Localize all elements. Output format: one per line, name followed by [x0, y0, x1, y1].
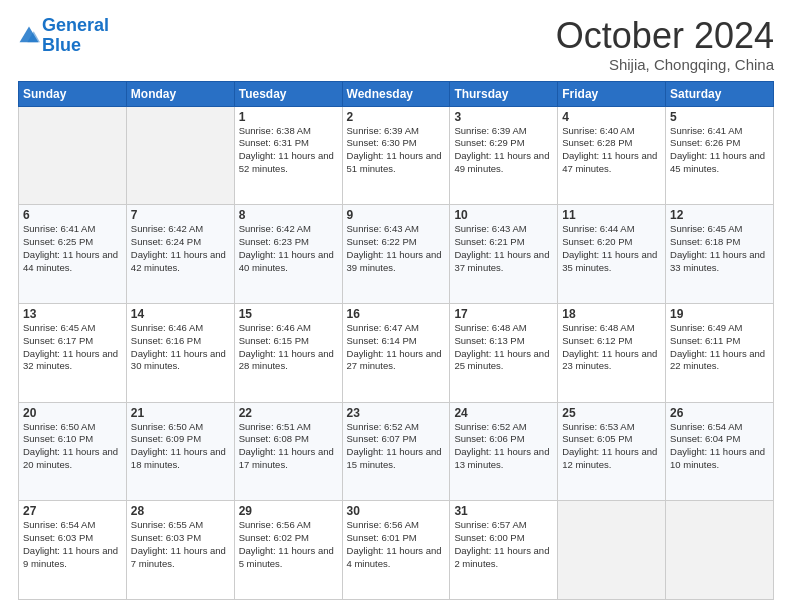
calendar-cell: 15Sunrise: 6:46 AM Sunset: 6:15 PM Dayli…	[234, 303, 342, 402]
day-number: 8	[239, 208, 338, 222]
calendar-cell: 12Sunrise: 6:45 AM Sunset: 6:18 PM Dayli…	[666, 205, 774, 304]
calendar-table: SundayMondayTuesdayWednesdayThursdayFrid…	[18, 81, 774, 600]
day-info: Sunrise: 6:50 AM Sunset: 6:10 PM Dayligh…	[23, 421, 122, 472]
day-number: 23	[347, 406, 446, 420]
day-number: 27	[23, 504, 122, 518]
day-number: 21	[131, 406, 230, 420]
day-info: Sunrise: 6:39 AM Sunset: 6:29 PM Dayligh…	[454, 125, 553, 176]
day-info: Sunrise: 6:57 AM Sunset: 6:00 PM Dayligh…	[454, 519, 553, 570]
day-info: Sunrise: 6:51 AM Sunset: 6:08 PM Dayligh…	[239, 421, 338, 472]
calendar-cell: 20Sunrise: 6:50 AM Sunset: 6:10 PM Dayli…	[19, 402, 127, 501]
day-info: Sunrise: 6:46 AM Sunset: 6:16 PM Dayligh…	[131, 322, 230, 373]
month-title: October 2024	[556, 16, 774, 56]
calendar-cell: 28Sunrise: 6:55 AM Sunset: 6:03 PM Dayli…	[126, 501, 234, 600]
calendar-cell: 3Sunrise: 6:39 AM Sunset: 6:29 PM Daylig…	[450, 106, 558, 205]
weekday-header-monday: Monday	[126, 81, 234, 106]
weekday-header-row: SundayMondayTuesdayWednesdayThursdayFrid…	[19, 81, 774, 106]
calendar-cell: 25Sunrise: 6:53 AM Sunset: 6:05 PM Dayli…	[558, 402, 666, 501]
day-number: 1	[239, 110, 338, 124]
logo-icon	[18, 25, 40, 47]
calendar-cell: 4Sunrise: 6:40 AM Sunset: 6:28 PM Daylig…	[558, 106, 666, 205]
day-number: 4	[562, 110, 661, 124]
calendar-cell: 14Sunrise: 6:46 AM Sunset: 6:16 PM Dayli…	[126, 303, 234, 402]
day-number: 11	[562, 208, 661, 222]
day-number: 6	[23, 208, 122, 222]
calendar-cell: 17Sunrise: 6:48 AM Sunset: 6:13 PM Dayli…	[450, 303, 558, 402]
calendar-cell: 24Sunrise: 6:52 AM Sunset: 6:06 PM Dayli…	[450, 402, 558, 501]
page: General Blue October 2024 Shijia, Chongq…	[0, 0, 792, 612]
day-info: Sunrise: 6:50 AM Sunset: 6:09 PM Dayligh…	[131, 421, 230, 472]
calendar-week-2: 6Sunrise: 6:41 AM Sunset: 6:25 PM Daylig…	[19, 205, 774, 304]
logo: General Blue	[18, 16, 109, 56]
day-number: 13	[23, 307, 122, 321]
day-number: 9	[347, 208, 446, 222]
day-info: Sunrise: 6:56 AM Sunset: 6:01 PM Dayligh…	[347, 519, 446, 570]
weekday-header-sunday: Sunday	[19, 81, 127, 106]
calendar-cell: 23Sunrise: 6:52 AM Sunset: 6:07 PM Dayli…	[342, 402, 450, 501]
day-number: 16	[347, 307, 446, 321]
title-block: October 2024 Shijia, Chongqing, China	[556, 16, 774, 73]
calendar-cell	[126, 106, 234, 205]
calendar-cell: 29Sunrise: 6:56 AM Sunset: 6:02 PM Dayli…	[234, 501, 342, 600]
day-number: 15	[239, 307, 338, 321]
calendar-cell: 10Sunrise: 6:43 AM Sunset: 6:21 PM Dayli…	[450, 205, 558, 304]
day-info: Sunrise: 6:48 AM Sunset: 6:13 PM Dayligh…	[454, 322, 553, 373]
day-info: Sunrise: 6:45 AM Sunset: 6:18 PM Dayligh…	[670, 223, 769, 274]
day-number: 14	[131, 307, 230, 321]
day-info: Sunrise: 6:40 AM Sunset: 6:28 PM Dayligh…	[562, 125, 661, 176]
day-info: Sunrise: 6:38 AM Sunset: 6:31 PM Dayligh…	[239, 125, 338, 176]
day-number: 22	[239, 406, 338, 420]
day-info: Sunrise: 6:43 AM Sunset: 6:22 PM Dayligh…	[347, 223, 446, 274]
calendar-week-3: 13Sunrise: 6:45 AM Sunset: 6:17 PM Dayli…	[19, 303, 774, 402]
day-info: Sunrise: 6:43 AM Sunset: 6:21 PM Dayligh…	[454, 223, 553, 274]
weekday-header-thursday: Thursday	[450, 81, 558, 106]
day-number: 29	[239, 504, 338, 518]
calendar-cell: 16Sunrise: 6:47 AM Sunset: 6:14 PM Dayli…	[342, 303, 450, 402]
location: Shijia, Chongqing, China	[556, 56, 774, 73]
calendar-cell: 6Sunrise: 6:41 AM Sunset: 6:25 PM Daylig…	[19, 205, 127, 304]
calendar-cell: 27Sunrise: 6:54 AM Sunset: 6:03 PM Dayli…	[19, 501, 127, 600]
calendar-week-1: 1Sunrise: 6:38 AM Sunset: 6:31 PM Daylig…	[19, 106, 774, 205]
header: General Blue October 2024 Shijia, Chongq…	[18, 16, 774, 73]
day-info: Sunrise: 6:52 AM Sunset: 6:07 PM Dayligh…	[347, 421, 446, 472]
calendar-cell	[19, 106, 127, 205]
day-info: Sunrise: 6:48 AM Sunset: 6:12 PM Dayligh…	[562, 322, 661, 373]
day-info: Sunrise: 6:46 AM Sunset: 6:15 PM Dayligh…	[239, 322, 338, 373]
day-number: 26	[670, 406, 769, 420]
day-number: 28	[131, 504, 230, 518]
calendar-cell: 8Sunrise: 6:42 AM Sunset: 6:23 PM Daylig…	[234, 205, 342, 304]
day-info: Sunrise: 6:55 AM Sunset: 6:03 PM Dayligh…	[131, 519, 230, 570]
day-number: 12	[670, 208, 769, 222]
day-number: 31	[454, 504, 553, 518]
calendar-cell: 21Sunrise: 6:50 AM Sunset: 6:09 PM Dayli…	[126, 402, 234, 501]
calendar-week-4: 20Sunrise: 6:50 AM Sunset: 6:10 PM Dayli…	[19, 402, 774, 501]
logo-text: General Blue	[42, 16, 109, 56]
calendar-cell: 30Sunrise: 6:56 AM Sunset: 6:01 PM Dayli…	[342, 501, 450, 600]
calendar-cell	[666, 501, 774, 600]
logo-line2: Blue	[42, 35, 81, 55]
day-info: Sunrise: 6:41 AM Sunset: 6:25 PM Dayligh…	[23, 223, 122, 274]
calendar-cell: 7Sunrise: 6:42 AM Sunset: 6:24 PM Daylig…	[126, 205, 234, 304]
day-info: Sunrise: 6:56 AM Sunset: 6:02 PM Dayligh…	[239, 519, 338, 570]
day-info: Sunrise: 6:52 AM Sunset: 6:06 PM Dayligh…	[454, 421, 553, 472]
calendar-cell	[558, 501, 666, 600]
calendar-week-5: 27Sunrise: 6:54 AM Sunset: 6:03 PM Dayli…	[19, 501, 774, 600]
day-number: 7	[131, 208, 230, 222]
day-info: Sunrise: 6:39 AM Sunset: 6:30 PM Dayligh…	[347, 125, 446, 176]
day-info: Sunrise: 6:54 AM Sunset: 6:04 PM Dayligh…	[670, 421, 769, 472]
day-number: 17	[454, 307, 553, 321]
weekday-header-wednesday: Wednesday	[342, 81, 450, 106]
day-number: 30	[347, 504, 446, 518]
calendar-cell: 2Sunrise: 6:39 AM Sunset: 6:30 PM Daylig…	[342, 106, 450, 205]
day-number: 2	[347, 110, 446, 124]
calendar-cell: 26Sunrise: 6:54 AM Sunset: 6:04 PM Dayli…	[666, 402, 774, 501]
weekday-header-friday: Friday	[558, 81, 666, 106]
day-info: Sunrise: 6:49 AM Sunset: 6:11 PM Dayligh…	[670, 322, 769, 373]
day-info: Sunrise: 6:53 AM Sunset: 6:05 PM Dayligh…	[562, 421, 661, 472]
day-number: 5	[670, 110, 769, 124]
day-number: 18	[562, 307, 661, 321]
day-number: 10	[454, 208, 553, 222]
day-info: Sunrise: 6:44 AM Sunset: 6:20 PM Dayligh…	[562, 223, 661, 274]
calendar-cell: 22Sunrise: 6:51 AM Sunset: 6:08 PM Dayli…	[234, 402, 342, 501]
day-info: Sunrise: 6:54 AM Sunset: 6:03 PM Dayligh…	[23, 519, 122, 570]
